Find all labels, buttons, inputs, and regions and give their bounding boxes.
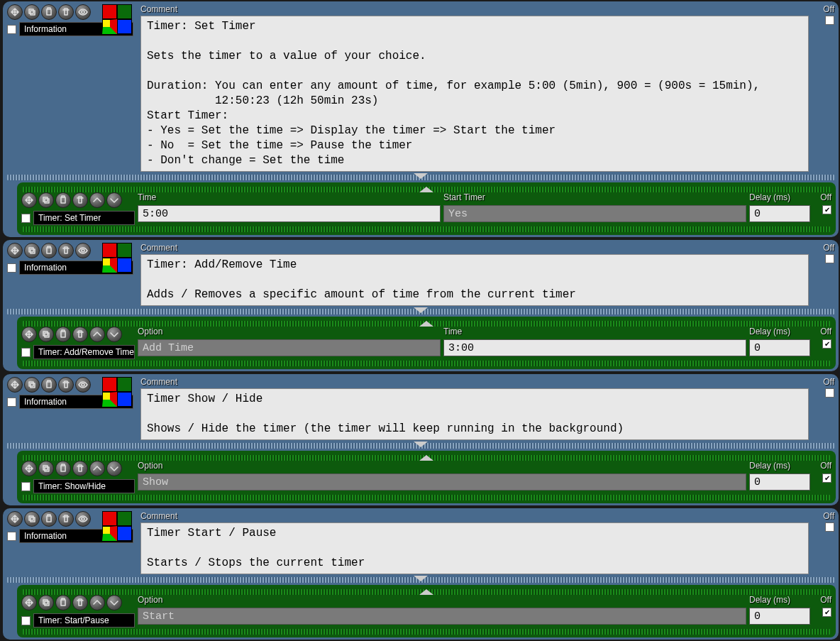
move-icon[interactable] bbox=[7, 511, 23, 527]
trash-icon[interactable] bbox=[58, 377, 74, 393]
action-enable-checkbox[interactable] bbox=[21, 616, 31, 625]
field-option[interactable] bbox=[138, 608, 746, 625]
action-grip-bottom[interactable] bbox=[23, 629, 830, 635]
paste-icon[interactable] bbox=[55, 461, 71, 476]
action-off-checkbox[interactable] bbox=[822, 473, 831, 483]
color-blue[interactable] bbox=[117, 19, 132, 34]
color-red[interactable] bbox=[102, 243, 117, 258]
paste-icon[interactable] bbox=[41, 4, 57, 20]
down-icon[interactable] bbox=[106, 327, 122, 342]
color-mixed[interactable] bbox=[102, 392, 117, 407]
trash-icon[interactable] bbox=[58, 4, 74, 20]
action-title[interactable]: Timer: Show/Hide bbox=[33, 479, 135, 493]
down-icon[interactable] bbox=[106, 461, 122, 476]
action-enable-checkbox[interactable] bbox=[21, 214, 31, 223]
resize-grip[interactable] bbox=[7, 443, 834, 449]
copy-icon[interactable] bbox=[24, 4, 40, 20]
color-green[interactable] bbox=[117, 511, 132, 526]
trash-icon[interactable] bbox=[58, 243, 74, 258]
up-icon[interactable] bbox=[89, 192, 105, 208]
enable-checkbox[interactable] bbox=[7, 398, 16, 407]
resize-grip[interactable] bbox=[7, 309, 834, 314]
color-green[interactable] bbox=[117, 377, 132, 392]
color-mixed[interactable] bbox=[102, 526, 117, 541]
color-green[interactable] bbox=[117, 4, 132, 19]
paste-icon[interactable] bbox=[55, 327, 71, 342]
move-icon[interactable] bbox=[21, 327, 37, 342]
move-icon[interactable] bbox=[21, 461, 37, 476]
move-icon[interactable] bbox=[7, 377, 23, 393]
action-title[interactable]: Timer: Add/Remove Time bbox=[33, 345, 135, 359]
action-off-checkbox[interactable] bbox=[822, 205, 831, 214]
action-grip[interactable] bbox=[23, 455, 830, 461]
action-enable-checkbox[interactable] bbox=[21, 348, 31, 357]
color-blue[interactable] bbox=[117, 258, 132, 273]
field-option[interactable] bbox=[138, 473, 746, 491]
paste-icon[interactable] bbox=[55, 595, 71, 610]
delay-input[interactable] bbox=[749, 608, 810, 625]
move-icon[interactable] bbox=[21, 595, 37, 610]
field-option[interactable] bbox=[138, 339, 441, 356]
comment-text[interactable]: Timer Show / Hide Shows / Hide the timer… bbox=[140, 388, 809, 440]
eye-icon[interactable] bbox=[75, 377, 91, 393]
color-mixed[interactable] bbox=[102, 19, 117, 34]
copy-icon[interactable] bbox=[38, 327, 54, 342]
action-grip-bottom[interactable] bbox=[23, 361, 830, 366]
copy-icon[interactable] bbox=[38, 192, 54, 208]
paste-icon[interactable] bbox=[55, 192, 71, 208]
up-icon[interactable] bbox=[89, 461, 105, 476]
delay-input[interactable] bbox=[749, 339, 810, 356]
trash-icon[interactable] bbox=[72, 192, 88, 208]
off-checkbox[interactable] bbox=[825, 16, 834, 25]
trash-icon[interactable] bbox=[72, 327, 88, 342]
eye-icon[interactable] bbox=[75, 243, 91, 258]
eye-icon[interactable] bbox=[75, 4, 91, 20]
copy-icon[interactable] bbox=[38, 595, 54, 610]
trash-icon[interactable] bbox=[58, 511, 74, 527]
trash-icon[interactable] bbox=[72, 595, 88, 610]
move-icon[interactable] bbox=[21, 192, 37, 208]
action-off-checkbox[interactable] bbox=[822, 339, 831, 349]
color-mixed[interactable] bbox=[102, 258, 117, 273]
action-grip-bottom[interactable] bbox=[23, 226, 830, 232]
delay-input[interactable] bbox=[749, 473, 810, 491]
action-enable-checkbox[interactable] bbox=[21, 482, 31, 491]
eye-icon[interactable] bbox=[75, 511, 91, 527]
action-grip[interactable] bbox=[23, 321, 830, 327]
color-green[interactable] bbox=[117, 243, 132, 258]
color-red[interactable] bbox=[102, 511, 117, 526]
paste-icon[interactable] bbox=[41, 243, 57, 258]
action-grip-bottom[interactable] bbox=[23, 495, 830, 500]
copy-icon[interactable] bbox=[24, 377, 40, 393]
move-icon[interactable] bbox=[7, 4, 23, 20]
action-grip[interactable] bbox=[23, 187, 830, 192]
comment-text[interactable]: Timer Start / Pause Starts / Stops the c… bbox=[140, 522, 809, 574]
resize-grip[interactable] bbox=[7, 577, 834, 583]
trash-icon[interactable] bbox=[72, 461, 88, 476]
field-time[interactable] bbox=[443, 339, 746, 356]
color-blue[interactable] bbox=[117, 392, 132, 407]
action-grip[interactable] bbox=[23, 589, 830, 595]
field-start_timer[interactable] bbox=[443, 205, 746, 222]
move-icon[interactable] bbox=[7, 243, 23, 258]
enable-checkbox[interactable] bbox=[7, 532, 16, 541]
off-checkbox[interactable] bbox=[825, 388, 834, 398]
up-icon[interactable] bbox=[89, 595, 105, 610]
off-checkbox[interactable] bbox=[825, 522, 834, 532]
field-time[interactable] bbox=[138, 205, 441, 222]
enable-checkbox[interactable] bbox=[7, 25, 16, 34]
action-title[interactable]: Timer: Start/Pause bbox=[33, 613, 135, 628]
off-checkbox[interactable] bbox=[825, 254, 834, 263]
paste-icon[interactable] bbox=[41, 511, 57, 527]
color-red[interactable] bbox=[102, 4, 117, 19]
resize-grip[interactable] bbox=[7, 175, 834, 180]
paste-icon[interactable] bbox=[41, 377, 57, 393]
copy-icon[interactable] bbox=[24, 511, 40, 527]
comment-text[interactable]: Timer: Set Timer Sets the timer to a val… bbox=[140, 16, 809, 172]
up-icon[interactable] bbox=[89, 327, 105, 342]
copy-icon[interactable] bbox=[24, 243, 40, 258]
down-icon[interactable] bbox=[106, 595, 122, 610]
color-red[interactable] bbox=[102, 377, 117, 392]
down-icon[interactable] bbox=[106, 192, 122, 208]
copy-icon[interactable] bbox=[38, 461, 54, 476]
